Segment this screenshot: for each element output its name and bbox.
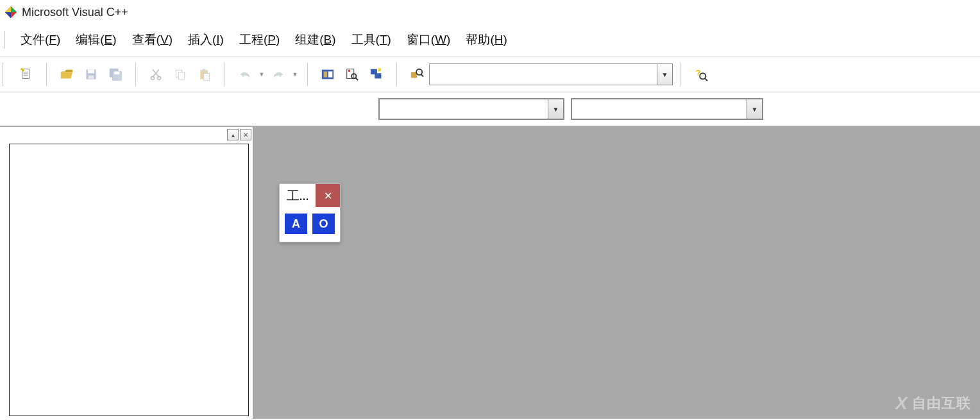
- work-area: ▴ ✕ 工... ✕ A O X 自由互联: [0, 127, 980, 419]
- undo-button[interactable]: [235, 64, 255, 85]
- help-search-button[interactable]: ?: [691, 64, 711, 85]
- toolbox-item-o[interactable]: O: [312, 214, 335, 234]
- watermark: X 自由互联: [895, 393, 971, 414]
- workspace-pane-header: ▴ ✕: [0, 127, 253, 142]
- save-all-button[interactable]: [105, 64, 126, 85]
- svg-rect-3: [89, 76, 94, 79]
- redo-dropdown[interactable]: ▼: [291, 71, 300, 78]
- menubar: 文件(F) 编辑(E) 查看(V) 插入(I) 工程(P) 组建(B) 工具(T…: [0, 24, 980, 56]
- config-toolbar: ▼ ▼: [0, 92, 980, 127]
- svg-rect-16: [328, 71, 332, 77]
- config-combo-2[interactable]: ▼: [571, 98, 763, 120]
- find-combo[interactable]: ▼: [429, 63, 673, 85]
- save-button[interactable]: [81, 64, 101, 85]
- workspace-tree[interactable]: [9, 144, 249, 416]
- config-combo-1-input[interactable]: [380, 99, 548, 119]
- svg-point-8: [158, 76, 161, 80]
- toolbox-item-a[interactable]: A: [285, 214, 307, 234]
- copy-button[interactable]: [170, 64, 190, 85]
- floating-toolbox[interactable]: 工... ✕ A O: [279, 183, 341, 242]
- workspace-pane: ▴ ✕: [0, 127, 253, 419]
- window-list-button[interactable]: [366, 64, 387, 85]
- svg-rect-6: [114, 71, 119, 74]
- app-title: Microsoft Visual C++: [22, 6, 128, 19]
- find-button[interactable]: [407, 64, 427, 85]
- redo-button[interactable]: [268, 64, 289, 85]
- new-text-file-button[interactable]: [16, 64, 37, 85]
- find-combo-dropdown[interactable]: ▼: [657, 64, 672, 85]
- config-combo-1-dropdown[interactable]: ▼: [548, 99, 563, 119]
- floating-toolbox-header[interactable]: 工... ✕: [280, 184, 340, 207]
- menu-build[interactable]: 组建(B): [287, 29, 343, 50]
- svg-rect-15: [324, 71, 328, 77]
- main-toolbar: ▼ ▼ ▼ ?: [0, 56, 980, 92]
- menu-help[interactable]: 帮助(H): [458, 29, 514, 50]
- svg-point-19: [348, 70, 351, 72]
- floating-toolbox-close-button[interactable]: ✕: [316, 184, 340, 207]
- svg-rect-13: [203, 73, 209, 80]
- watermark-text: 自由互联: [912, 394, 971, 413]
- workspace-button[interactable]: [317, 64, 338, 85]
- find-in-files-button[interactable]: [342, 64, 362, 85]
- svg-rect-12: [203, 69, 206, 71]
- workspace-collapse-button[interactable]: ▴: [227, 129, 239, 140]
- svg-rect-21: [375, 73, 381, 78]
- menu-project[interactable]: 工程(P): [232, 29, 287, 50]
- app-logo-icon: [4, 5, 18, 19]
- menu-tools[interactable]: 工具(T): [344, 29, 399, 50]
- menu-insert[interactable]: 插入(I): [180, 29, 232, 50]
- undo-dropdown[interactable]: ▼: [257, 71, 266, 78]
- workspace-close-button[interactable]: ✕: [240, 129, 251, 140]
- floating-toolbox-body: A O: [280, 207, 340, 242]
- menu-window[interactable]: 窗口(W): [399, 29, 459, 50]
- config-combo-2-dropdown[interactable]: ▼: [747, 99, 762, 119]
- titlebar: Microsoft Visual C++: [0, 0, 980, 24]
- open-button[interactable]: [56, 64, 77, 85]
- menubar-gripper[interactable]: [4, 31, 9, 49]
- svg-rect-10: [179, 72, 185, 80]
- menu-edit[interactable]: 编辑(E): [68, 29, 124, 50]
- watermark-x-icon: X: [895, 393, 908, 414]
- editor-area: 工... ✕ A O X 自由互联: [253, 127, 980, 419]
- toolbar-gripper[interactable]: [3, 63, 8, 86]
- paste-button[interactable]: [194, 64, 215, 85]
- svg-point-23: [416, 69, 422, 75]
- menu-view[interactable]: 查看(V): [124, 29, 180, 50]
- find-input[interactable]: [430, 64, 657, 85]
- close-icon: ✕: [324, 190, 332, 202]
- svg-rect-2: [88, 70, 94, 74]
- menu-file[interactable]: 文件(F): [13, 29, 68, 50]
- cut-button[interactable]: [146, 64, 166, 85]
- config-combo-1[interactable]: ▼: [378, 98, 564, 120]
- config-combo-2-input[interactable]: [572, 99, 747, 119]
- svg-point-7: [151, 76, 155, 80]
- floating-toolbox-title: 工...: [280, 184, 316, 207]
